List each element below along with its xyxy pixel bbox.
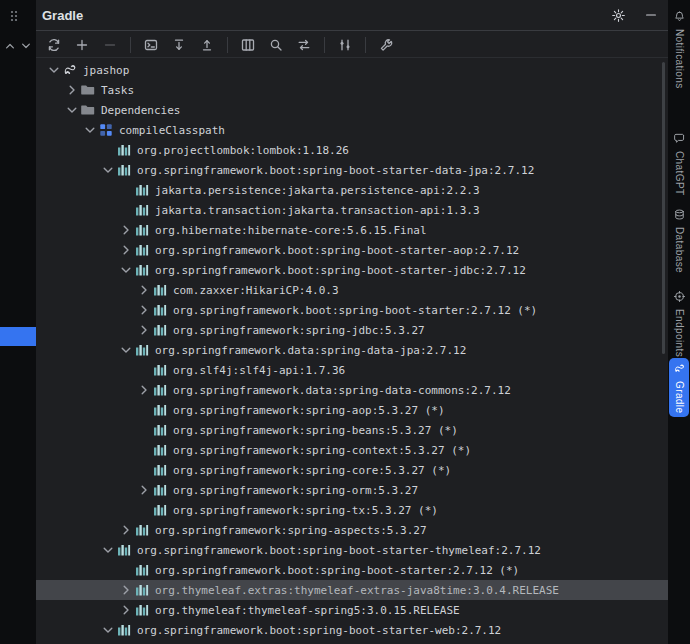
- tree-row[interactable]: org.springframework.data:spring-data-com…: [36, 380, 668, 400]
- tree-row[interactable]: org.springframework.data:spring-data-jpa…: [36, 340, 668, 360]
- navigate-down-button[interactable]: [18, 38, 33, 53]
- plus-icon: [74, 37, 90, 53]
- chevron-right-icon[interactable]: [118, 242, 134, 258]
- gear-icon: [611, 8, 626, 23]
- left-tool-stripe: [0, 0, 36, 644]
- tree-row[interactable]: org.springframework.boot:spring-boot-sta…: [36, 620, 668, 640]
- dependency-analyzer-button[interactable]: [292, 34, 316, 56]
- tree-row[interactable]: org.springframework.boot:spring-boot-sta…: [36, 240, 668, 260]
- chevron-right-icon[interactable]: [118, 582, 134, 598]
- tree-row[interactable]: org.springframework:spring-context:5.3.2…: [36, 440, 668, 460]
- chevron-right-icon[interactable]: [136, 282, 152, 298]
- tree-row[interactable]: jpashop: [36, 60, 668, 80]
- tree-node-label: org.springframework:spring-beans:5.3.27 …: [173, 424, 458, 437]
- chevron-right-icon[interactable]: [118, 222, 134, 238]
- chevron-down-icon[interactable]: [82, 122, 98, 138]
- inspect-button[interactable]: [264, 34, 288, 56]
- tree-row[interactable]: jakarta.transaction:jakarta.transaction-…: [36, 200, 668, 220]
- tree-row[interactable]: org.springframework.boot:spring-boot-sta…: [36, 260, 668, 280]
- tree-row[interactable]: org.springframework.boot:spring-boot-sta…: [36, 540, 668, 560]
- tree-navigation: [2, 38, 33, 53]
- chevron-down-icon[interactable]: [100, 622, 116, 638]
- tool-stripe-database[interactable]: Database: [669, 204, 689, 277]
- tree-row[interactable]: org.thymeleaf.extras:thymeleaf-extras-ja…: [36, 580, 668, 600]
- expand-all-button[interactable]: [167, 34, 191, 56]
- tool-stripe-label: Gradle: [674, 381, 685, 413]
- library-icon: [152, 322, 168, 338]
- tree-node-label: jpashop: [83, 64, 129, 77]
- library-icon: [152, 362, 168, 378]
- drag-grip-icon[interactable]: [9, 8, 19, 28]
- tree-row[interactable]: org.springframework.boot:spring-boot-sta…: [36, 300, 668, 320]
- library-icon: [152, 462, 168, 478]
- tree-row[interactable]: Tasks: [36, 80, 668, 100]
- search-icon: [268, 37, 284, 53]
- library-icon: [152, 502, 168, 518]
- tool-stripe-label: Notifications: [674, 29, 685, 89]
- tree-row[interactable]: org.thymeleaf:thymeleaf-spring5:3.0.15.R…: [36, 600, 668, 620]
- tree-row[interactable]: compileClasspath: [36, 120, 668, 140]
- run-task-button[interactable]: [139, 34, 163, 56]
- tree-row[interactable]: org.slf4j:slf4j-api:1.7.36: [36, 360, 668, 380]
- tree-row[interactable]: org.springframework:spring-tx:5.3.27 (*): [36, 500, 668, 520]
- navigate-up-button[interactable]: [2, 38, 17, 53]
- tool-stripe-gradle[interactable]: Gradle: [669, 358, 689, 417]
- library-icon: [152, 282, 168, 298]
- chevron-right-icon[interactable]: [136, 382, 152, 398]
- tree-node-label: org.slf4j:slf4j-api:1.7.36: [173, 364, 345, 377]
- tool-window-title: Gradle: [42, 8, 83, 23]
- tree-row[interactable]: org.springframework:spring-jdbc:5.3.27: [36, 320, 668, 340]
- tree-row[interactable]: org.projectlombok:lombok:1.18.26: [36, 140, 668, 160]
- tree-node-label: Dependencies: [101, 104, 180, 117]
- gradle-settings-button[interactable]: [374, 34, 398, 56]
- offline-mode-button[interactable]: [333, 34, 357, 56]
- chevron-right-icon[interactable]: [136, 322, 152, 338]
- tree-row[interactable]: org.springframework.boot:spring-boot-sta…: [36, 160, 668, 180]
- link-project-button[interactable]: [70, 34, 94, 56]
- library-icon: [116, 622, 132, 638]
- tree-node-label: org.springframework.data:spring-data-com…: [173, 384, 511, 397]
- chevron-down-icon[interactable]: [118, 262, 134, 278]
- tree-node-label: org.springframework:spring-core:5.3.27 (…: [173, 464, 451, 477]
- tree-row[interactable]: org.springframework:spring-aop:5.3.27 (*…: [36, 400, 668, 420]
- tree-row[interactable]: com.zaxxer:HikariCP:4.0.3: [36, 280, 668, 300]
- tool-stripe-endpoints[interactable]: Endpoints: [669, 286, 689, 361]
- vertical-scrollbar[interactable]: [662, 62, 665, 354]
- tree-row[interactable]: org.springframework:spring-core:5.3.27 (…: [36, 460, 668, 480]
- chevron-down-icon[interactable]: [46, 62, 62, 78]
- group-tasks-button[interactable]: [236, 34, 260, 56]
- chevron-right-icon[interactable]: [136, 302, 152, 318]
- chevron-right-icon[interactable]: [118, 602, 134, 618]
- library-icon: [134, 602, 150, 618]
- hide-tool-window-button[interactable]: [644, 8, 658, 22]
- tree-node-label: org.springframework.boot:spring-boot-sta…: [173, 304, 537, 317]
- tool-stripe-notifications[interactable]: Notifications: [669, 6, 689, 93]
- tree-node-label: org.springframework.boot:spring-boot-sta…: [137, 624, 501, 637]
- tree-row[interactable]: org.springframework:spring-orm:5.3.27: [36, 480, 668, 500]
- tool-stripe-chatgpt[interactable]: ChatGPT: [669, 128, 689, 199]
- tree-row[interactable]: org.springframework:spring-beans:5.3.27 …: [36, 420, 668, 440]
- collapse-all-button[interactable]: [195, 34, 219, 56]
- tree-row[interactable]: org.hibernate:hibernate-core:5.6.15.Fina…: [36, 220, 668, 240]
- library-icon: [134, 182, 150, 198]
- chevron-down-icon[interactable]: [118, 342, 134, 358]
- tree-row[interactable]: org.springframework.boot:spring-boot-sta…: [36, 560, 668, 580]
- tool-stripe-label: ChatGPT: [674, 151, 685, 195]
- right-tool-stripe: NotificationsChatGPTDatabaseEndpointsGra…: [668, 0, 690, 644]
- chevron-down-icon[interactable]: [64, 102, 80, 118]
- chevron-right-icon[interactable]: [118, 522, 134, 538]
- chat-icon: [673, 132, 686, 148]
- chevron-down-icon[interactable]: [100, 162, 116, 178]
- unlink-project-button[interactable]: [98, 34, 122, 56]
- tree-row[interactable]: jakarta.persistence:jakarta.persistence-…: [36, 180, 668, 200]
- tree-node-label: org.springframework.data:spring-data-jpa…: [155, 344, 466, 357]
- tree-node-label: org.springframework:spring-aop:5.3.27 (*…: [173, 404, 445, 417]
- sync-button[interactable]: [42, 34, 66, 56]
- header-settings-button[interactable]: [611, 8, 626, 23]
- tree-row[interactable]: Dependencies: [36, 100, 668, 120]
- tree-row[interactable]: org.springframework:spring-aspects:5.3.2…: [36, 520, 668, 540]
- chevron-right-icon[interactable]: [136, 482, 152, 498]
- chevron-right-icon[interactable]: [64, 82, 80, 98]
- left-stripe-active-indicator[interactable]: [0, 327, 36, 346]
- chevron-down-icon[interactable]: [100, 542, 116, 558]
